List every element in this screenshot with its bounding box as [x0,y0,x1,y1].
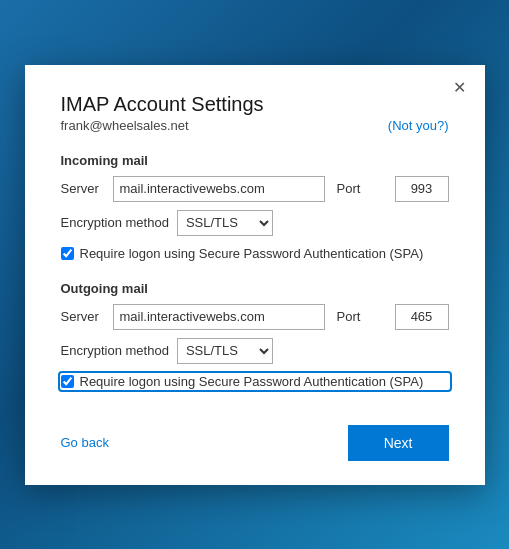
not-you-link[interactable]: (Not you?) [388,118,449,133]
incoming-server-input[interactable] [113,176,325,202]
close-button[interactable]: ✕ [449,77,471,99]
outgoing-encryption-label: Encryption method [61,343,169,358]
outgoing-port-input[interactable] [395,304,449,330]
outgoing-section: Outgoing mail Server Port Encryption met… [61,281,449,389]
outgoing-server-input[interactable] [113,304,325,330]
go-back-button[interactable]: Go back [61,435,109,450]
incoming-spa-label[interactable]: Require logon using Secure Password Auth… [80,246,424,261]
footer-bar: Go back Next [61,425,449,461]
outgoing-section-label: Outgoing mail [61,281,449,296]
outgoing-port-group: Port [337,304,449,330]
outgoing-server-row: Server Port [61,304,449,330]
outgoing-spa-label[interactable]: Require logon using Secure Password Auth… [80,374,424,389]
outgoing-port-label: Port [337,309,389,324]
close-icon: ✕ [453,78,466,97]
outgoing-encryption-select[interactable]: SSL/TLS STARTTLS None [177,338,273,364]
incoming-section-label: Incoming mail [61,153,449,168]
incoming-server-label: Server [61,181,113,196]
dialog-title: IMAP Account Settings [61,93,449,116]
account-row: frank@wheelsales.net (Not you?) [61,118,449,133]
outgoing-server-label: Server [61,309,113,324]
incoming-port-input[interactable] [395,176,449,202]
outgoing-encrypt-row: Encryption method SSL/TLS STARTTLS None [61,338,449,364]
incoming-encrypt-row: Encryption method SSL/TLS STARTTLS None [61,210,449,236]
incoming-spa-checkbox[interactable] [61,247,74,260]
imap-account-settings-dialog: ✕ IMAP Account Settings frank@wheelsales… [25,65,485,485]
outgoing-spa-checkbox[interactable] [61,375,74,388]
next-button[interactable]: Next [348,425,449,461]
incoming-encryption-select[interactable]: SSL/TLS STARTTLS None [177,210,273,236]
incoming-server-row: Server Port [61,176,449,202]
outgoing-spa-row: Require logon using Secure Password Auth… [61,374,449,389]
incoming-spa-row: Require logon using Secure Password Auth… [61,246,449,261]
incoming-port-label: Port [337,181,389,196]
incoming-encryption-label: Encryption method [61,215,169,230]
account-email: frank@wheelsales.net [61,118,189,133]
incoming-port-group: Port [337,176,449,202]
